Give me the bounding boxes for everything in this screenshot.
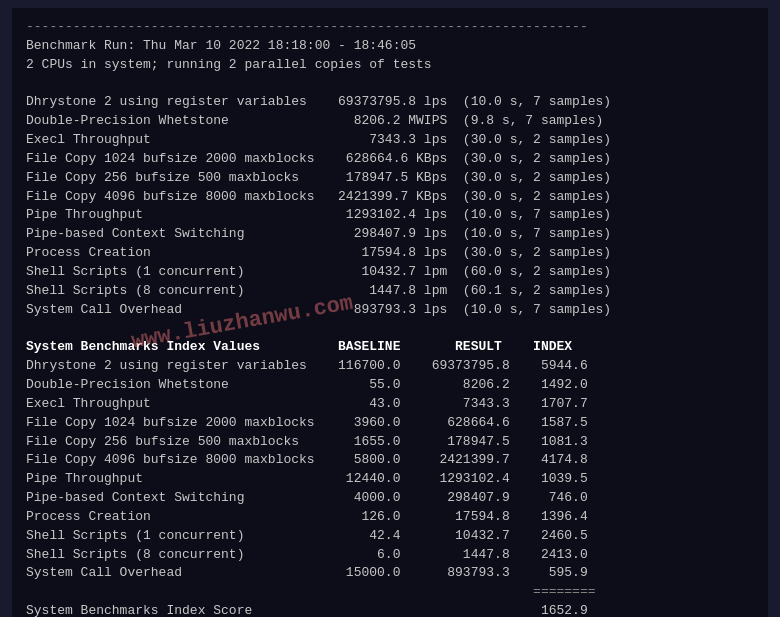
index-row-2: Execl Throughput 43.0 7343.3 1707.7 [26, 395, 754, 414]
index-header: System Benchmarks Index Values BASELINE … [26, 338, 754, 357]
benchmark-row-1: Double-Precision Whetstone 8206.2 MWIPS … [26, 112, 754, 131]
index-row-7: Pipe-based Context Switching 4000.0 2984… [26, 489, 754, 508]
benchmark-row-7: Pipe-based Context Switching 298407.9 lp… [26, 225, 754, 244]
header-line-2: 2 CPUs in system; running 2 parallel cop… [26, 56, 754, 75]
index-section: Dhrystone 2 using register variables 116… [26, 357, 754, 583]
index-row-5: File Copy 4096 bufsize 8000 maxblocks 58… [26, 451, 754, 470]
index-row-11: System Call Overhead 15000.0 893793.3 59… [26, 564, 754, 583]
benchmark-row-6: Pipe Throughput 1293102.4 lps (10.0 s, 7… [26, 206, 754, 225]
score-line: System Benchmarks Index Score 1652.9 [26, 602, 754, 617]
index-row-10: Shell Scripts (8 concurrent) 6.0 1447.8 … [26, 546, 754, 565]
index-row-8: Process Creation 126.0 17594.8 1396.4 [26, 508, 754, 527]
benchmark-row-3: File Copy 1024 bufsize 2000 maxblocks 62… [26, 150, 754, 169]
benchmark-row-10: Shell Scripts (8 concurrent) 1447.8 lpm … [26, 282, 754, 301]
benchmark-section: Dhrystone 2 using register variables 693… [26, 93, 754, 319]
index-row-9: Shell Scripts (1 concurrent) 42.4 10432.… [26, 527, 754, 546]
index-row-4: File Copy 256 bufsize 500 maxblocks 1655… [26, 433, 754, 452]
index-row-6: Pipe Throughput 12440.0 1293102.4 1039.5 [26, 470, 754, 489]
benchmark-row-5: File Copy 4096 bufsize 8000 maxblocks 24… [26, 188, 754, 207]
header-line-1: Benchmark Run: Thu Mar 10 2022 18:18:00 … [26, 37, 754, 56]
terminal-window: ----------------------------------------… [12, 8, 768, 617]
equals-line: ======== [26, 583, 754, 602]
index-row-0: Dhrystone 2 using register variables 116… [26, 357, 754, 376]
benchmark-row-4: File Copy 256 bufsize 500 maxblocks 1789… [26, 169, 754, 188]
index-row-1: Double-Precision Whetstone 55.0 8206.2 1… [26, 376, 754, 395]
benchmark-row-11: System Call Overhead 893793.3 lps (10.0 … [26, 301, 754, 320]
index-row-3: File Copy 1024 bufsize 2000 maxblocks 39… [26, 414, 754, 433]
separator-top: ----------------------------------------… [26, 18, 754, 37]
benchmark-row-8: Process Creation 17594.8 lps (30.0 s, 2 … [26, 244, 754, 263]
benchmark-row-9: Shell Scripts (1 concurrent) 10432.7 lpm… [26, 263, 754, 282]
benchmark-row-0: Dhrystone 2 using register variables 693… [26, 93, 754, 112]
blank-1 [26, 75, 754, 94]
blank-2 [26, 320, 754, 339]
benchmark-row-2: Execl Throughput 7343.3 lps (30.0 s, 2 s… [26, 131, 754, 150]
